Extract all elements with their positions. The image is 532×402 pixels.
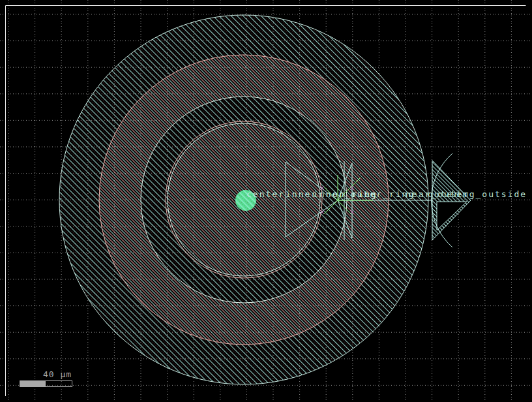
layout-canvas[interactable]: centerinnerinner_ringon_ringouter_ringne… [0, 0, 532, 402]
ruler-label-img_outside[interactable]: img_outside [456, 189, 527, 199]
layout-scene[interactable]: centerinnerinner_ringon_ringouter_ringne… [0, 0, 532, 402]
scale-bar-label: 40 µm [43, 369, 72, 379]
scale-bar-filled [20, 380, 46, 387]
ruler-label-outer[interactable]: outer [428, 189, 460, 199]
ruler-label-center[interactable]: center [246, 189, 285, 199]
